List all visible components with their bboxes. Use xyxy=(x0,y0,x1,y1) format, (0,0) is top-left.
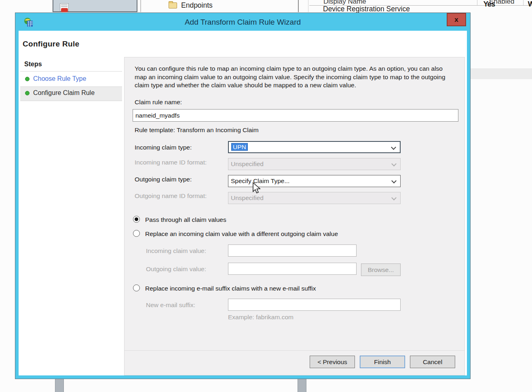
outgoing-claim-value-label: Outgoing claim value: xyxy=(146,266,206,273)
dialog-titlebar[interactable]: Add Transform Claim Rule Wizard xyxy=(19,16,467,31)
pane-divider xyxy=(298,0,299,12)
incoming-claim-type-select[interactable]: UPN xyxy=(228,141,401,153)
selected-value: UPN xyxy=(231,143,248,151)
browse-button[interactable]: Browse... xyxy=(361,263,401,276)
replace-value-radio[interactable] xyxy=(133,230,140,237)
incoming-claim-value-label: Incoming claim value: xyxy=(146,247,206,255)
rule-template-text: Rule template: Transform an Incoming Cla… xyxy=(135,126,259,134)
claim-rule-name-input[interactable] xyxy=(133,109,458,122)
cancel-button[interactable]: Cancel xyxy=(410,356,455,368)
replace-suffix-radio[interactable] xyxy=(133,285,140,291)
incoming-claim-type-label: Incoming claim type: xyxy=(135,144,192,151)
page-title: Configure Rule xyxy=(23,40,79,48)
dialog-title: Add Transform Claim Rule Wizard xyxy=(19,18,467,27)
selected-value: Unspecified xyxy=(231,194,264,201)
previous-button[interactable]: < Previous xyxy=(310,356,355,368)
steps-header: Steps xyxy=(24,61,42,68)
tree-item-endpoints[interactable]: Endpoints xyxy=(181,1,213,10)
replace-value-label[interactable]: Replace an incoming claim value with a d… xyxy=(145,230,338,238)
step-bullet-icon xyxy=(25,77,30,81)
pass-through-radio[interactable] xyxy=(133,216,140,223)
table-row[interactable]: Yes W xyxy=(309,0,532,11)
new-email-suffix-label: New e-mail suffix: xyxy=(146,301,195,309)
step-configure-claim-rule[interactable]: Configure Claim Rule xyxy=(20,87,122,101)
finish-button[interactable]: Finish xyxy=(360,356,405,368)
example-hint: Example: fabrikam.com xyxy=(228,314,293,321)
console-toolbar-box xyxy=(53,0,137,12)
chevron-down-icon xyxy=(391,161,397,166)
claim-rule-name-label: Claim rule name: xyxy=(135,99,182,106)
divider xyxy=(20,71,122,72)
configure-rule-panel: You can configure this rule to map an in… xyxy=(124,57,465,375)
replace-suffix-label[interactable]: Replace incoming e-mail suffix claims wi… xyxy=(145,285,316,292)
divider xyxy=(20,101,122,101)
server-icon xyxy=(60,3,69,11)
folder-icon xyxy=(169,2,177,8)
pane-divider xyxy=(55,379,64,392)
chevron-down-icon xyxy=(391,145,396,150)
close-button[interactable]: x xyxy=(447,13,466,26)
selected-value: Unspecified xyxy=(231,160,264,167)
add-transform-claim-rule-wizard-dialog: Add Transform Claim Rule Wizard x Config… xyxy=(15,13,470,379)
outgoing-name-id-format-label: Outgoing name ID format: xyxy=(135,192,207,200)
step-bullet-icon xyxy=(25,91,30,95)
incoming-claim-value-input[interactable] xyxy=(228,244,357,257)
incoming-name-id-format-label: Incoming name ID format: xyxy=(135,159,207,166)
chevron-down-icon xyxy=(391,178,397,183)
new-email-suffix-input[interactable] xyxy=(228,299,401,311)
intro-text: You can configure this rule to map an in… xyxy=(135,65,451,90)
screen: Endpoints Display Name Enabled Device Re… xyxy=(0,0,532,392)
outgoing-claim-type-label: Outgoing claim type: xyxy=(135,176,192,183)
pane-divider xyxy=(140,0,141,12)
pane-divider xyxy=(298,379,306,392)
pane-divider xyxy=(308,0,308,12)
incoming-name-id-format-select: Unspecified xyxy=(228,158,401,170)
outgoing-claim-value-input[interactable] xyxy=(228,263,357,275)
chevron-down-icon xyxy=(391,195,397,200)
mouse-cursor-icon xyxy=(251,182,261,194)
pass-through-label[interactable]: Pass through all claim values xyxy=(145,216,226,223)
divider xyxy=(125,350,464,351)
step-choose-rule-type[interactable]: Choose Rule Type xyxy=(20,73,122,86)
